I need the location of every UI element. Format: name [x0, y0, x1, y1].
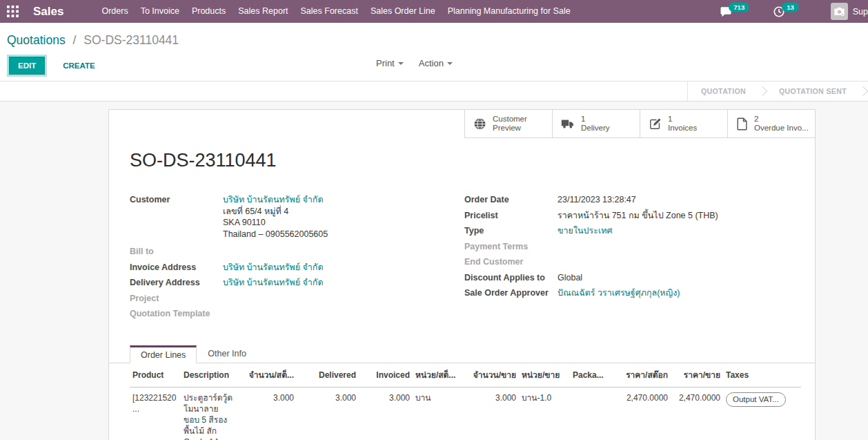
- field-order-date: Order Date23/11/2023 13:28:47: [464, 194, 813, 206]
- avatar: [831, 3, 848, 20]
- menu-item-to-invoice[interactable]: To Invoice: [135, 0, 186, 23]
- field-label-delivery-address: Delivery Address: [130, 277, 223, 289]
- create-button[interactable]: CREATE: [59, 61, 99, 70]
- status-step-quotation[interactable]: QUOTATION: [688, 87, 759, 95]
- field-label-customer: Customer: [130, 194, 223, 240]
- delivery-button[interactable]: 1Delivery: [552, 110, 640, 137]
- field-value-customer: บริษัท บ้านรัตนทรัพย์ จำกัดเลขที่ 65/4 ห…: [223, 194, 328, 240]
- customer-preview-button-value: Customer: [493, 115, 527, 123]
- order-lines-table: ProductDescriptionจำนวน/สต็...DeliveredI…: [130, 364, 801, 440]
- page-title: SO-DS-23110441: [130, 150, 277, 171]
- field-value-discount-applies-to: Global: [558, 272, 582, 284]
- field-value-text-sale-order-approver[interactable]: ปัณณฉัตร์ วราเศรษฐ์ศุภกุล(หญิง): [558, 288, 680, 298]
- user-name: Sup: [853, 7, 868, 17]
- camera-icon: [833, 5, 846, 18]
- field-value-text-delivery-address[interactable]: บริษัท บ้านรัตนทรัพย์ จำกัด: [223, 278, 324, 287]
- field-label-pricelist: Pricelist: [464, 210, 558, 222]
- field-project: Project: [130, 293, 447, 305]
- smart-button-text: CustomerPreview: [493, 115, 527, 133]
- invoices-button[interactable]: 1Invoices: [640, 110, 727, 137]
- breadcrumb-quotations-link[interactable]: Quotations: [7, 33, 66, 47]
- action-label: Action: [419, 58, 444, 68]
- statusbar: QUOTATIONQUOTATION SENTSALES ORDER: [0, 81, 868, 102]
- field-label-invoice-address: Invoice Address: [130, 262, 223, 274]
- column-header-delivered[interactable]: Delivered: [297, 364, 359, 388]
- user-menu[interactable]: Sup: [831, 3, 868, 20]
- customer-preview-button[interactable]: CustomerPreview: [464, 110, 552, 137]
- overdue-invoices-button[interactable]: 2Overdue Invo...: [727, 110, 815, 137]
- globe-icon: [473, 117, 486, 131]
- column-header-packa[interactable]: Packa...: [570, 364, 609, 388]
- tab-other-info[interactable]: Other Info: [197, 345, 257, 363]
- field-value-sale-order-approver: ปัณณฉัตร์ วราเศรษฐ์ศุภกุล(หญิง): [558, 287, 680, 299]
- field-value-text-invoice-address[interactable]: บริษัท บ้านรัตนทรัพย์ จำกัด: [223, 262, 324, 272]
- field-sale-order-approver: Sale Order Approverปัณณฉัตร์ วราเศรษฐ์ศุ…: [464, 287, 813, 299]
- menu-item-products[interactable]: Products: [186, 0, 232, 23]
- menu-item-sales-forecast[interactable]: Sales Forecast: [295, 0, 364, 23]
- column-header-item[interactable]: หน่วย/สต็...: [413, 364, 462, 388]
- column-header-taxes[interactable]: Taxes: [723, 364, 801, 388]
- status-step-quotation-sent[interactable]: QUOTATION SENT: [766, 87, 860, 95]
- invoices-button-value: 1: [668, 115, 672, 123]
- field-value-text-order-date: 23/11/2023 13:28:47: [558, 195, 636, 204]
- field-value-text-type[interactable]: ขายในประเทศ: [558, 226, 612, 236]
- column-header-item[interactable]: จำนวน/ขาย: [462, 364, 519, 388]
- field-value-text-pricelist: ราคาหน้าร้าน 751 กม ขึ้นไป Zone 5 (THB): [558, 211, 718, 220]
- field-value-text-customer[interactable]: บริษัท บ้านรัตนทรัพย์ จำกัด: [223, 195, 324, 204]
- messages-button[interactable]: 713: [716, 6, 753, 18]
- messages-badge: 713: [729, 3, 749, 12]
- field-bill-to: Bill to: [130, 246, 447, 258]
- systray: 713 13 Sup: [716, 0, 868, 23]
- field-customer: Customerบริษัท บ้านรัตนทรัพย์ จำกัดเลขที…: [130, 194, 447, 240]
- menu-item-sales-order-line[interactable]: Sales Order Line: [364, 0, 442, 23]
- left-field-column: Customerบริษัท บ้านรัตนทรัพย์ จำกัดเลขที…: [130, 194, 447, 324]
- caret-down-icon: [447, 62, 453, 65]
- column-header-item[interactable]: ราคา/ขาย: [671, 364, 723, 388]
- cell-taxes: Output VAT...: [723, 388, 801, 440]
- field-label-payment-terms: Payment Terms: [464, 241, 558, 253]
- cell-item: 3.000: [237, 388, 297, 440]
- control-panel: Quotations / SO-DS-23110441 EDIT CREATE …: [0, 23, 868, 81]
- overdue-invoices-button-label: Overdue Invo...: [754, 124, 809, 132]
- apps-menu-button[interactable]: [0, 0, 25, 23]
- content-area: CustomerPreview1Delivery1Invoices2Overdu…: [0, 102, 868, 440]
- tab-order-lines[interactable]: Order Lines: [130, 345, 197, 363]
- column-header-invoiced[interactable]: Invoiced: [359, 364, 413, 388]
- column-header-item[interactable]: ราคา/สต๊อก: [609, 364, 671, 388]
- field-quotation-template: Quotation Template: [130, 308, 447, 320]
- field-value-invoice-address: บริษัท บ้านรัตนทรัพย์ จำกัด: [223, 262, 324, 274]
- menu-item-orders[interactable]: Orders: [95, 0, 134, 23]
- field-value-order-date: 23/11/2023 13:28:47: [558, 194, 636, 206]
- smart-button-text: 1Invoices: [668, 115, 697, 133]
- notebook-tabs: Order LinesOther Info: [109, 344, 815, 363]
- taxes-badge[interactable]: Output VAT...: [726, 392, 786, 407]
- smart-buttons: CustomerPreview1Delivery1Invoices2Overdu…: [464, 110, 815, 138]
- app-name[interactable]: Sales: [33, 5, 63, 19]
- truck-icon: [561, 117, 575, 131]
- field-value-pricelist: ราคาหน้าร้าน 751 กม ขึ้นไป Zone 5 (THB): [558, 210, 718, 222]
- cell-packa: [570, 388, 609, 440]
- menu-item-planning-manufacturing-for-sale[interactable]: Planning Manufacturing for Sale: [442, 0, 577, 23]
- column-header-item[interactable]: หน่วย/ขาย: [519, 364, 570, 388]
- invoices-button-label: Invoices: [668, 124, 697, 132]
- menu-item-sales-report[interactable]: Sales Report: [232, 0, 294, 23]
- field-extra-line: SKA 90110: [223, 217, 328, 229]
- field-value-type: ขายในประเทศ: [558, 225, 612, 237]
- field-label-discount-applies-to: Discount Applies to: [464, 272, 558, 284]
- table-row[interactable]: [123221520...ประตูฮาร์ดวู้ด โมนาลาย ขอบ …: [130, 388, 801, 440]
- edit-button[interactable]: EDIT: [9, 57, 45, 75]
- cell-item: 2,470.0000: [609, 388, 671, 440]
- activities-button[interactable]: 13: [769, 6, 803, 18]
- column-header-item[interactable]: จำนวน/สต็...: [237, 364, 297, 388]
- print-dropdown[interactable]: Print: [376, 58, 404, 68]
- breadcrumb: Quotations / SO-DS-23110441: [0, 23, 868, 48]
- action-dropdown[interactable]: Action: [419, 58, 453, 68]
- cell-description: ประตูฮาร์ดวู้ด โมนาลาย ขอบ 5 สีรองพื้นไม…: [181, 388, 237, 440]
- breadcrumb-current: SO-DS-23110441: [83, 33, 179, 47]
- column-header-description[interactable]: Description: [181, 364, 237, 388]
- top-navbar: Sales OrdersTo InvoiceProductsSales Repo…: [0, 0, 868, 23]
- delivery-button-label: Delivery: [581, 124, 610, 132]
- invoice-edit-icon: [649, 117, 662, 131]
- column-header-product[interactable]: Product: [130, 364, 181, 388]
- field-extra-line: Thailand – 0905562005605: [223, 229, 328, 240]
